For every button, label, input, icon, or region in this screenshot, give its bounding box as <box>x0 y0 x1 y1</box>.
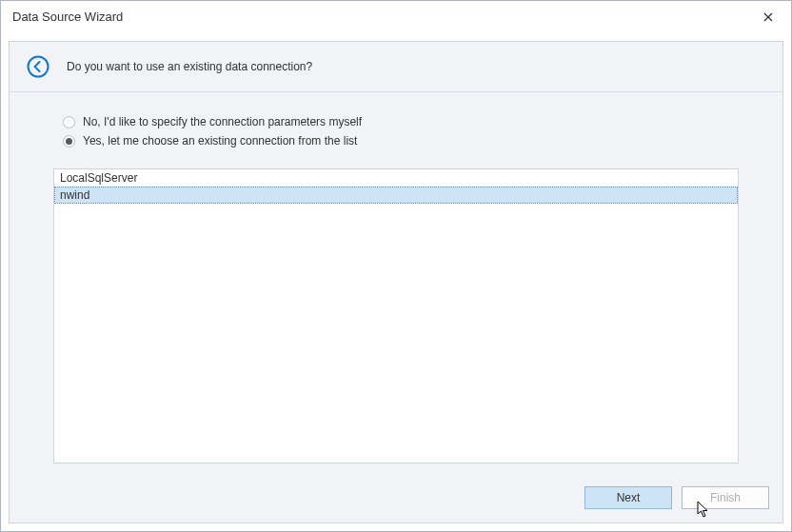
window-title: Data Source Wizard <box>12 10 757 24</box>
list-item[interactable]: nwind <box>54 187 738 204</box>
header-row: Do you want to use an existing data conn… <box>10 42 782 92</box>
list-item[interactable]: LocalSqlServer <box>54 169 738 187</box>
wizard-panel: Do you want to use an existing data conn… <box>9 41 783 523</box>
radio-option-existing[interactable]: Yes, let me choose an existing connectio… <box>63 134 739 148</box>
radio-group: No, I'd like to specify the connection p… <box>63 115 739 153</box>
connections-listbox[interactable]: LocalSqlServer nwind <box>53 168 739 463</box>
finish-button: Finish <box>682 486 769 509</box>
next-button-label: Next <box>617 491 641 504</box>
svg-point-2 <box>29 57 49 77</box>
back-icon[interactable] <box>27 55 50 78</box>
radio-indicator <box>63 135 75 148</box>
next-button[interactable]: Next <box>584 486 672 509</box>
content-area: No, I'd like to specify the connection p… <box>10 92 782 475</box>
wizard-window: Data Source Wizard Do you want to use an… <box>0 0 792 532</box>
titlebar: Data Source Wizard <box>1 1 791 33</box>
close-button[interactable] <box>757 6 780 29</box>
radio-indicator <box>63 116 75 128</box>
radio-label-specify: No, I'd like to specify the connection p… <box>83 115 362 128</box>
finish-button-label: Finish <box>710 491 741 504</box>
radio-option-specify[interactable]: No, I'd like to specify the connection p… <box>63 115 739 128</box>
header-question: Do you want to use an existing data conn… <box>67 60 312 73</box>
button-row: Next Finish <box>10 475 782 522</box>
close-icon <box>763 12 773 22</box>
radio-label-existing: Yes, let me choose an existing connectio… <box>83 134 357 148</box>
